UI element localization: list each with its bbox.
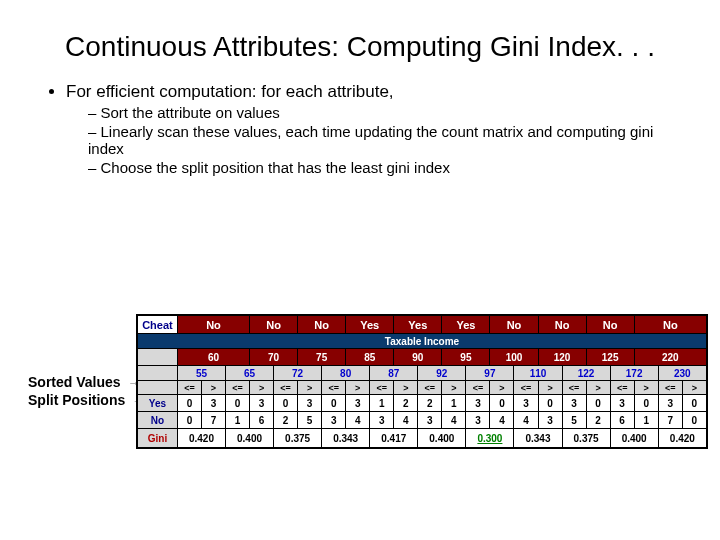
sub-bullet-0: Sort the attribute on values: [88, 104, 680, 121]
label-split-positions: Split Positions: [28, 392, 125, 408]
slide-title: Continuous Attributes: Computing Gini In…: [40, 30, 680, 64]
sub-bullet-2: Choose the split position that has the l…: [88, 159, 680, 176]
side-labels: Sorted Values → Split Positions →: [28, 374, 145, 409]
bullet-main-text: For efficient computation: for each attr…: [66, 82, 394, 101]
sub-bullet-1: Linearly scan these values, each time up…: [88, 123, 680, 157]
sub-bullets: Sort the attribute on values Linearly sc…: [66, 104, 680, 176]
main-bullets: For efficient computation: for each attr…: [40, 82, 680, 176]
label-sorted-values: Sorted Values: [28, 374, 121, 390]
gini-table: CheatNoNoNoYesYesYesNoNoNoNoTaxable Inco…: [136, 314, 708, 449]
